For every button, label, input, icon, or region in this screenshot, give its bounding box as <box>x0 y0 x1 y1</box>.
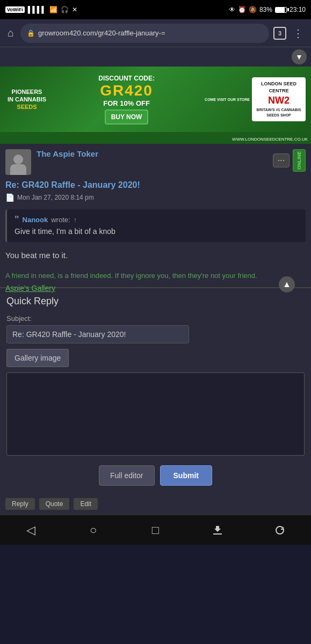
subject-label: Subject: <box>6 314 305 323</box>
ad-person-figure: COME VISIT OUR STORE <box>205 98 250 101</box>
quote-wrote: wrote: <box>51 216 70 224</box>
alarm-icon: ⏰ <box>238 6 246 13</box>
quote-header: " Nanook wrote: ↑ <box>15 216 298 224</box>
username[interactable]: The Aspie Toker <box>37 149 267 158</box>
recents-button[interactable]: □ <box>142 519 169 541</box>
wifi-icon: 📶 <box>49 6 57 13</box>
bottom-strip: Reply Quote Edit <box>0 493 311 515</box>
rotate-button[interactable] <box>266 519 293 541</box>
browser-bar: ⌂ 🔒 growroom420.com/gr420-raffle-january… <box>0 19 311 47</box>
url-bar[interactable]: 🔒 growroom420.com/gr420-raffle-january-= <box>20 24 269 43</box>
ad-discount-code: GR420 <box>51 82 202 99</box>
post-actions: ··· ONLINE <box>273 149 306 172</box>
reply-actions: Full editor Submit <box>6 465 305 486</box>
ad-nw2: NW2 <box>256 94 301 107</box>
ad-10off-label: FOR 10% OFF <box>51 99 202 107</box>
url-text: growroom420.com/gr420-raffle-january-= <box>38 29 263 37</box>
mute-icon: 🔕 <box>249 6 257 13</box>
ad-banner[interactable]: PIONEERS IN CANNABIS SEEDS DISCOUNT CODE… <box>0 67 311 132</box>
quote-arrow[interactable]: ↑ <box>74 216 77 224</box>
bottom-navigation: ◁ ○ □ <box>0 515 311 545</box>
ad-london-seed: LONDON SEED <box>256 80 301 87</box>
status-left: VoWiFi ▌▌▌▌ 📶 🎧 ✕ <box>5 6 77 13</box>
ad-website-bar: WWW.LONDONSEEDCENTRE.CO.UK <box>0 132 311 144</box>
scroll-up-button[interactable]: ▲ <box>279 276 295 292</box>
lock-icon: 🔒 <box>27 30 35 37</box>
quick-reply-title: Quick Reply <box>6 296 305 307</box>
ad-left-text: PIONEERS IN CANNABIS SEEDS <box>5 88 48 111</box>
post-meta: The Aspie Toker <box>37 149 267 158</box>
avatar-image <box>5 149 31 175</box>
ad-tagline: BRITAIN'S #1 CANNABIS SEEDS SHOP <box>256 107 301 118</box>
submit-button[interactable]: Submit <box>160 465 212 486</box>
download-icon <box>212 524 223 536</box>
clock: 23:10 <box>290 6 306 13</box>
tab-count-button[interactable]: 3 <box>273 27 286 40</box>
signature: A friend in need, is a friend indeed. If… <box>5 270 306 281</box>
rotate-icon <box>274 524 286 536</box>
post-area: The Aspie Toker ··· ONLINE Re: GR420 Raf… <box>0 144 311 287</box>
ad-center: DISCOUNT CODE: GR420 FOR 10% OFF BUY NOW <box>48 75 205 125</box>
subject-input[interactable] <box>6 325 189 343</box>
post-body: You beat me to it. <box>5 250 306 262</box>
status-right: 👁 ⏰ 🔕 83% 23:10 <box>229 6 306 13</box>
vowifi-indicator: VoWiFi <box>5 6 25 13</box>
timestamp-text: Mon Jan 27, 2020 8:14 pm <box>17 194 94 201</box>
avatar-head <box>13 155 23 164</box>
ad-pioneers: PIONEERS <box>5 88 48 96</box>
svg-rect-0 <box>213 533 222 535</box>
post-header: The Aspie Toker ··· ONLINE <box>5 149 306 175</box>
battery-percent: 83% <box>259 6 272 13</box>
home-nav-button[interactable]: ○ <box>80 519 107 541</box>
avatar-body <box>10 164 26 175</box>
svg-marker-1 <box>214 526 221 532</box>
ad-in-cannabis: IN CANNABIS <box>5 96 48 103</box>
more-options-button[interactable]: ··· <box>273 153 290 167</box>
ad-discount-label: DISCOUNT CODE: <box>51 75 202 82</box>
ad-right-panel: LONDON SEED CENTRE NW2 BRITAIN'S #1 CANN… <box>252 77 306 121</box>
quote-block: " Nanook wrote: ↑ Give it time, I'm a bi… <box>5 209 306 242</box>
browser-menu-button[interactable]: ⋮ <box>291 25 306 42</box>
back-button[interactable]: ◁ <box>18 519 45 541</box>
ad-buy-now-button[interactable]: BUY NOW <box>105 109 149 125</box>
home-button[interactable]: ⌂ <box>5 25 16 41</box>
battery-icon <box>275 7 287 13</box>
full-editor-button[interactable]: Full editor <box>99 465 154 486</box>
download-button[interactable] <box>204 519 231 541</box>
svg-point-2 <box>276 526 284 534</box>
strip-quote[interactable]: Quote <box>39 498 70 510</box>
strip-edit[interactable]: Edit <box>74 498 98 510</box>
data-icon: ✕ <box>72 6 77 13</box>
ad-centre: CENTRE <box>256 87 301 94</box>
ad-come-visit: COME VISIT OUR STORE <box>205 98 250 101</box>
ad-seeds: SEEDS <box>5 103 48 111</box>
headset-icon: 🎧 <box>61 6 69 13</box>
post-timestamp: 📄 Mon Jan 27, 2020 8:14 pm <box>5 193 306 202</box>
signal-bars: ▌▌▌▌ <box>28 6 46 13</box>
status-bar: VoWiFi ▌▌▌▌ 📶 🎧 ✕ 👁 ⏰ 🔕 83% 23:10 <box>0 0 311 19</box>
online-badge: ONLINE <box>293 149 306 172</box>
message-textarea[interactable] <box>6 372 305 456</box>
ad-website-text: WWW.LONDONSEEDCENTRE.CO.UK <box>232 137 308 142</box>
scroll-down-button[interactable]: ▼ <box>292 49 307 64</box>
post-file-icon: 📄 <box>5 193 15 202</box>
gallery-image-button[interactable]: Gallery image <box>6 349 69 367</box>
post-title: Re: GR420 Raffle - January 2020! <box>5 180 306 190</box>
quick-reply-section: Quick Reply Subject: Gallery image Full … <box>0 287 311 493</box>
strip-reply[interactable]: Reply <box>5 498 35 510</box>
avatar <box>5 149 31 175</box>
quote-text: Give it time, I'm a bit of a knob <box>15 227 298 236</box>
scroll-indicator-top: ▼ <box>0 47 311 67</box>
quote-author[interactable]: Nanook <box>23 216 48 224</box>
eye-icon: 👁 <box>229 6 235 13</box>
quote-mark: " <box>15 216 19 223</box>
